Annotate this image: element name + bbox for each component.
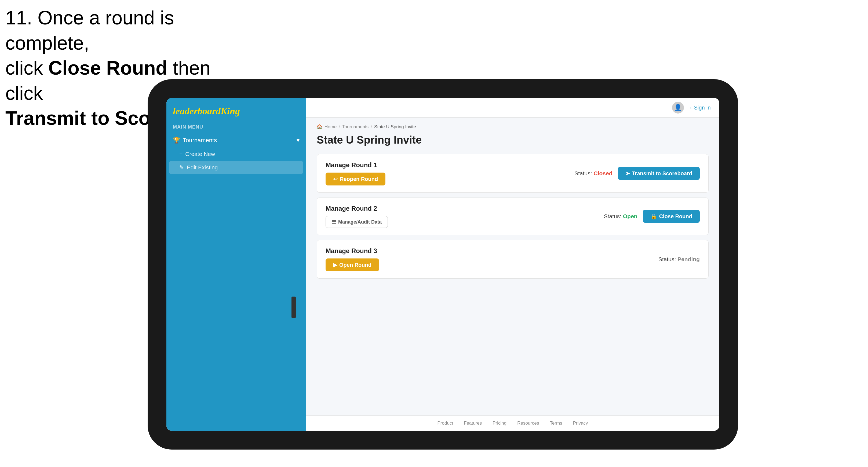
round-1-left: Manage Round 1 ↩ Reopen Round xyxy=(326,161,385,185)
breadcrumb-icon: 🏠 xyxy=(317,124,322,130)
open-round-label: Open Round xyxy=(339,262,371,268)
round-3-status: Status: Pending xyxy=(658,256,700,262)
topbar: 👤 → Sign In xyxy=(306,98,719,118)
lock-icon: 🔒 xyxy=(650,213,657,220)
breadcrumb-tournaments[interactable]: Tournaments xyxy=(342,124,369,130)
reopen-label: Reopen Round xyxy=(340,176,378,182)
round-2-title: Manage Round 2 xyxy=(326,205,388,212)
round-2-status-value: Open xyxy=(623,213,638,219)
tablet-screen: leaderboardKing MAIN MENU 🏆 Tournaments … xyxy=(166,98,719,431)
round-2-right: Status: Open 🔒 Close Round xyxy=(604,210,700,223)
manage-icon: ☰ xyxy=(332,219,336,225)
plus-icon: + xyxy=(179,151,183,157)
breadcrumb-home[interactable]: Home xyxy=(324,124,337,130)
round-2-left: Manage Round 2 ☰ Manage/Audit Data xyxy=(326,205,388,228)
round-2-status: Status: Open xyxy=(604,213,638,220)
sidebar-item-create-new[interactable]: + Create New xyxy=(166,148,306,160)
instruction-line1: 11. Once a round is complete, xyxy=(5,7,174,54)
tablet-side-button xyxy=(291,297,296,318)
round-1-right: Status: Closed ➤ Transmit to Scoreboard xyxy=(575,167,700,180)
round-3-left: Manage Round 3 ▶ Open Round xyxy=(326,247,379,271)
reopen-round-button[interactable]: ↩ Reopen Round xyxy=(326,173,385,185)
transmit-label: Transmit to Scoreboard xyxy=(632,170,692,177)
logo-styled: King xyxy=(221,106,240,117)
round-1-card: Manage Round 1 ↩ Reopen Round Status: Cl… xyxy=(317,154,709,193)
round-1-status-value: Closed xyxy=(593,170,612,176)
round-3-title: Manage Round 3 xyxy=(326,247,379,255)
main-content: 👤 → Sign In 🏠 Home / Tournaments / State… xyxy=(306,98,719,431)
footer-resources[interactable]: Resources xyxy=(517,421,539,426)
open-round-button[interactable]: ▶ Open Round xyxy=(326,258,379,271)
logo: leaderboardKing xyxy=(166,98,306,122)
sidebar: leaderboardKing MAIN MENU 🏆 Tournaments … xyxy=(166,98,306,431)
tournaments-label: Tournaments xyxy=(183,137,217,144)
close-round-button[interactable]: 🔒 Close Round xyxy=(643,210,700,223)
bold-close-round: Close Round xyxy=(48,57,167,79)
main-menu-label: MAIN MENU xyxy=(166,122,306,133)
trophy-icon: 🏆 xyxy=(173,137,180,144)
logo-normal: leaderboard xyxy=(173,106,221,117)
breadcrumb-current: State U Spring Invite xyxy=(374,124,416,130)
chevron-down-icon: ▾ xyxy=(297,137,300,144)
transmit-to-scoreboard-button[interactable]: ➤ Transmit to Scoreboard xyxy=(618,167,700,180)
sidebar-item-tournaments[interactable]: 🏆 Tournaments ▾ xyxy=(166,133,306,148)
manage-audit-button[interactable]: ☰ Manage/Audit Data xyxy=(326,216,388,228)
breadcrumb-sep2: / xyxy=(371,124,372,130)
sign-in-text[interactable]: → Sign In xyxy=(687,105,711,111)
sign-in-area[interactable]: 👤 → Sign In xyxy=(672,102,711,114)
transmit-icon: ➤ xyxy=(625,170,630,177)
breadcrumb: 🏠 Home / Tournaments / State U Spring In… xyxy=(317,124,709,130)
create-new-label: Create New xyxy=(185,151,215,157)
content-area: 🏠 Home / Tournaments / State U Spring In… xyxy=(306,118,719,415)
tablet-device: leaderboardKing MAIN MENU 🏆 Tournaments … xyxy=(148,79,738,449)
avatar: 👤 xyxy=(672,102,684,114)
manage-label: Manage/Audit Data xyxy=(338,219,382,225)
footer-privacy[interactable]: Privacy xyxy=(573,421,588,426)
round-3-status-value: Pending xyxy=(677,256,700,262)
breadcrumb-sep1: / xyxy=(339,124,340,130)
footer: Product Features Pricing Resources Terms… xyxy=(306,415,719,431)
edit-existing-label: Edit Existing xyxy=(187,164,218,171)
open-icon: ▶ xyxy=(333,262,337,268)
sidebar-item-edit-existing[interactable]: ✎ Edit Existing xyxy=(169,161,303,174)
reopen-icon: ↩ xyxy=(333,176,338,182)
page-title: State U Spring Invite xyxy=(317,134,709,146)
round-3-card: Manage Round 3 ▶ Open Round Status: Pend… xyxy=(317,240,709,279)
footer-pricing[interactable]: Pricing xyxy=(493,421,506,426)
round-1-status: Status: Closed xyxy=(575,170,612,177)
round-1-title: Manage Round 1 xyxy=(326,161,385,169)
edit-icon: ✎ xyxy=(179,164,184,171)
footer-product[interactable]: Product xyxy=(437,421,453,426)
round-3-right: Status: Pending xyxy=(658,256,700,262)
close-round-label: Close Round xyxy=(659,213,692,220)
footer-terms[interactable]: Terms xyxy=(550,421,562,426)
footer-features[interactable]: Features xyxy=(464,421,482,426)
round-2-card: Manage Round 2 ☰ Manage/Audit Data Statu… xyxy=(317,197,709,235)
